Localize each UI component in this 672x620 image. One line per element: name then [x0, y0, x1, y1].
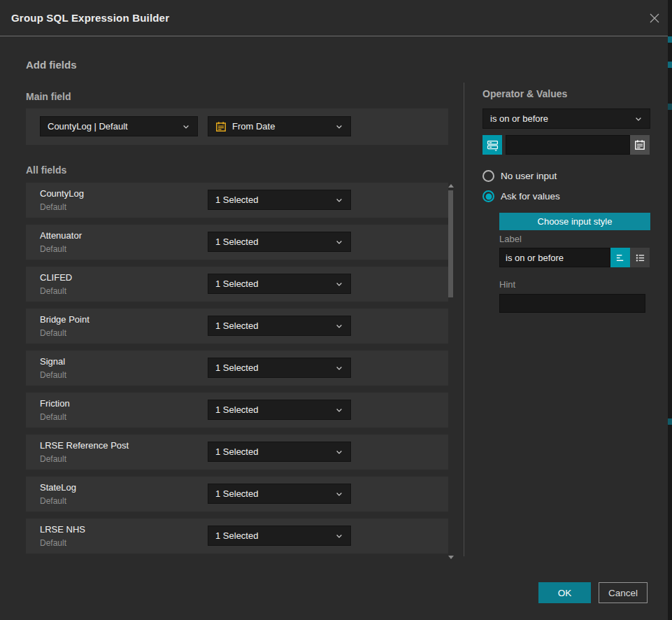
ok-button[interactable]: OK	[538, 582, 591, 603]
field-name: StateLog	[40, 482, 76, 493]
field-row: CLIFED Default 1 Selected	[26, 267, 448, 302]
field-name: Friction	[40, 398, 70, 409]
hint-caption: Hint	[499, 279, 515, 290]
field-name: CLIFED	[40, 272, 72, 283]
field-selected-dropdown[interactable]: 1 Selected	[208, 274, 351, 294]
field-row: StateLog Default 1 Selected	[26, 477, 448, 512]
chevron-down-icon	[335, 196, 343, 204]
field-selected-value: 1 Selected	[215, 488, 258, 499]
operator-values-heading: Operator & Values	[482, 88, 567, 99]
scrollbar-thumb[interactable]	[448, 190, 453, 297]
radio-circle-icon	[482, 190, 494, 202]
field-row: CountyLog Default 1 Selected	[26, 183, 448, 218]
main-field-layer-select[interactable]: CountyLog | Default	[40, 116, 198, 136]
value-input[interactable]	[506, 135, 630, 155]
unique-values-icon[interactable]	[482, 135, 502, 155]
field-name: CountyLog	[40, 188, 84, 199]
field-sublabel: Default	[40, 328, 66, 338]
chevron-down-icon	[335, 364, 343, 372]
field-selected-dropdown[interactable]: 1 Selected	[208, 316, 351, 336]
dialog-title: Group SQL Expression Builder	[11, 12, 169, 24]
cancel-button[interactable]: Cancel	[599, 582, 648, 603]
main-field-field-select[interactable]: From Date	[208, 116, 351, 136]
field-selected-dropdown[interactable]: 1 Selected	[208, 400, 351, 420]
radio-circle-icon	[482, 170, 494, 182]
choose-input-style-button[interactable]: Choose input style	[499, 213, 650, 230]
field-row: Friction Default 1 Selected	[26, 393, 448, 428]
field-sublabel: Default	[40, 412, 66, 422]
field-selected-dropdown[interactable]: 1 Selected	[208, 190, 351, 210]
all-fields-list: CountyLog Default 1 Selected Attenuator …	[26, 183, 448, 561]
scroll-down-icon[interactable]	[448, 556, 454, 559]
field-row: Attenuator Default 1 Selected	[26, 225, 448, 260]
field-selected-dropdown[interactable]: 1 Selected	[208, 526, 351, 546]
field-selected-dropdown[interactable]: 1 Selected	[208, 484, 351, 504]
radio-label: No user input	[501, 171, 557, 181]
field-row: LRSE Reference Post Default 1 Selected	[26, 435, 448, 470]
field-row: LRSE NHS Default 1 Selected	[26, 519, 448, 554]
field-sublabel: Default	[40, 538, 66, 548]
list-icon[interactable]	[630, 248, 650, 267]
radio-no-user-input[interactable]: No user input	[482, 170, 557, 182]
field-selected-value: 1 Selected	[215, 362, 258, 373]
field-selected-value: 1 Selected	[215, 237, 258, 247]
chevron-down-icon	[335, 532, 343, 540]
dialog-titlebar: Group SQL Expression Builder	[0, 0, 672, 36]
field-selected-dropdown[interactable]: 1 Selected	[208, 442, 351, 462]
scrollbar-mark	[668, 418, 672, 425]
chevron-down-icon	[335, 122, 343, 131]
field-selected-dropdown[interactable]: 1 Selected	[208, 358, 351, 378]
chevron-down-icon	[335, 280, 343, 288]
field-select-value: From Date	[232, 121, 275, 132]
chevron-down-icon	[335, 322, 343, 330]
add-fields-heading: Add fields	[26, 59, 77, 71]
chevron-down-icon	[335, 448, 343, 456]
list-scrollbar[interactable]	[448, 183, 454, 561]
main-field-label: Main field	[26, 91, 71, 102]
panel-divider	[464, 83, 464, 556]
field-selected-value: 1 Selected	[215, 530, 258, 541]
scroll-up-icon[interactable]	[448, 184, 454, 188]
operator-dropdown[interactable]: is on or before	[482, 108, 650, 129]
chevron-down-icon	[634, 115, 643, 123]
scrollbar-mark	[668, 62, 672, 68]
close-icon[interactable]	[647, 10, 662, 26]
label-caption: Label	[499, 234, 522, 244]
field-row: Bridge Point Default 1 Selected	[26, 309, 448, 344]
scrollbar-mark	[668, 104, 672, 110]
field-selected-value: 1 Selected	[215, 195, 258, 205]
field-name: Attenuator	[40, 230, 82, 241]
group-sql-expression-builder-dialog: { "dialog": { "title": "Group SQL Expres…	[0, 0, 672, 620]
field-selected-dropdown[interactable]: 1 Selected	[208, 232, 351, 252]
chevron-down-icon	[335, 238, 343, 246]
calendar-icon	[215, 121, 227, 132]
date-picker-calendar-icon[interactable]	[630, 135, 650, 155]
field-sublabel: Default	[40, 496, 66, 506]
field-name: LRSE Reference Post	[40, 440, 129, 451]
field-name: LRSE NHS	[40, 524, 85, 535]
radio-ask-for-values[interactable]: Ask for values	[482, 190, 560, 202]
single-line-icon[interactable]	[610, 248, 630, 267]
all-fields-label: All fields	[26, 164, 66, 176]
field-selected-value: 1 Selected	[215, 446, 258, 457]
field-sublabel: Default	[40, 244, 66, 254]
hint-input[interactable]	[499, 294, 645, 313]
field-sublabel: Default	[40, 286, 66, 296]
field-selected-value: 1 Selected	[215, 279, 258, 289]
scrollbar-mark	[668, 36, 672, 43]
label-input[interactable]	[499, 248, 610, 267]
operator-value: is on or before	[490, 113, 548, 124]
field-sublabel: Default	[40, 202, 66, 212]
chevron-down-icon	[335, 490, 343, 498]
field-selected-value: 1 Selected	[215, 404, 258, 415]
field-name: Signal	[40, 356, 65, 367]
field-selected-value: 1 Selected	[215, 320, 258, 331]
main-field-row: CountyLog | Default From Date	[26, 108, 448, 145]
page-scrollbar[interactable]	[668, 0, 672, 620]
layer-select-value: CountyLog | Default	[48, 121, 128, 132]
field-sublabel: Default	[40, 370, 66, 380]
field-row: Signal Default 1 Selected	[26, 351, 448, 386]
field-sublabel: Default	[40, 454, 66, 464]
chevron-down-icon	[335, 406, 343, 414]
chevron-down-icon	[182, 122, 190, 131]
